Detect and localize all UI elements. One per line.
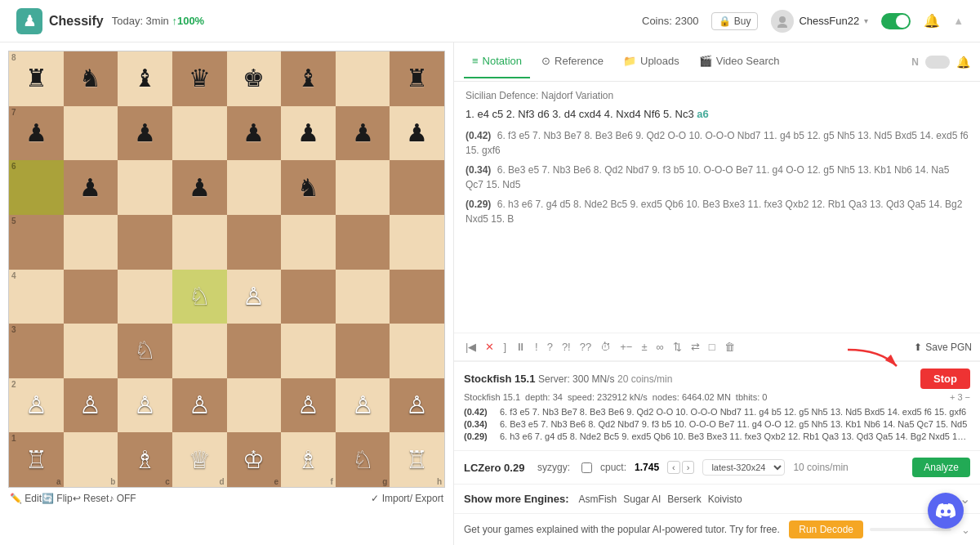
save-pgn-button[interactable]: ⬆ Save PGN: [914, 342, 972, 353]
square-g4[interactable]: [336, 270, 390, 324]
square-e3[interactable]: [227, 324, 282, 378]
square-a4[interactable]: 4: [9, 270, 64, 324]
square-f2[interactable]: ♙: [281, 378, 336, 433]
delete-button[interactable]: ✕: [482, 338, 497, 355]
square-h7[interactable]: ♟: [390, 106, 444, 161]
square-d8[interactable]: ♛: [172, 51, 227, 106]
square-e8[interactable]: ♚: [227, 51, 282, 106]
square-f4[interactable]: [281, 270, 336, 324]
square-f8[interactable]: ♝: [281, 51, 336, 106]
square-f6[interactable]: ♞: [281, 160, 336, 215]
tab-uploads[interactable]: 📁 Uploads: [615, 45, 688, 78]
square-c2[interactable]: ♙: [118, 378, 172, 433]
square-g3[interactable]: [336, 324, 390, 378]
square-h1[interactable]: ♖h: [390, 432, 444, 487]
square-c7[interactable]: ♟: [118, 106, 172, 161]
dbl-question-button[interactable]: ??: [577, 338, 595, 355]
square-a8[interactable]: ♜8: [9, 51, 64, 106]
square-f7[interactable]: ♟: [281, 106, 336, 161]
square-a3[interactable]: 3: [9, 324, 64, 378]
square-c8[interactable]: ♝: [118, 51, 172, 106]
arrows-button[interactable]: ⇄: [688, 338, 703, 355]
square-b7[interactable]: [64, 106, 118, 161]
clock-button[interactable]: ⏱: [597, 338, 614, 355]
square-c3[interactable]: ♘: [118, 324, 172, 378]
square-g7[interactable]: ♟: [336, 106, 390, 161]
square-c1[interactable]: ♗c: [118, 432, 172, 487]
square-a6[interactable]: 6: [9, 160, 64, 215]
syzygy-checkbox[interactable]: [581, 462, 592, 473]
square-b4[interactable]: [64, 270, 118, 324]
tab-notation[interactable]: ≡ Notation: [464, 45, 530, 78]
square-b2[interactable]: ♙: [64, 378, 118, 433]
edit-button[interactable]: ✏️ Edit: [10, 493, 42, 504]
square-b3[interactable]: [64, 324, 118, 378]
square-d6[interactable]: ♟: [172, 160, 227, 215]
square-e4[interactable]: ♙: [227, 270, 282, 324]
plusminus-button[interactable]: +−: [617, 338, 635, 355]
sound-button[interactable]: ♪ OFF: [109, 493, 136, 504]
bell-icon[interactable]: 🔔: [924, 13, 940, 29]
user-menu[interactable]: ChessFun22 ▾: [771, 10, 868, 33]
exclaim-button[interactable]: !: [532, 338, 541, 355]
engine-chip-sugar-ai[interactable]: Sugar AI: [623, 494, 661, 505]
square-d1[interactable]: ♕d: [172, 432, 227, 487]
square-c6[interactable]: [118, 160, 172, 215]
square-h5[interactable]: [390, 215, 444, 270]
square-h8[interactable]: ♜: [390, 51, 444, 106]
discord-button[interactable]: [928, 493, 964, 529]
square-b8[interactable]: ♞: [64, 51, 118, 106]
square-f3[interactable]: [281, 324, 336, 378]
square-d7[interactable]: [172, 106, 227, 161]
square-c4[interactable]: [118, 270, 172, 324]
square-f1[interactable]: ♗f: [281, 432, 336, 487]
engine-plus-minus[interactable]: + 3 −: [950, 392, 970, 402]
square-f5[interactable]: [281, 215, 336, 270]
square-a2[interactable]: ♙2: [9, 378, 64, 433]
cpuct-up[interactable]: ›: [682, 461, 695, 474]
chess-board[interactable]: ♜8♞♝♛♚♝♜♟7♟♟♟♟♟6♟♟♞54♘♙3♘♙2♙♙♙♙♙♙♖1ab♗c♕…: [8, 51, 445, 488]
square-b5[interactable]: [64, 215, 118, 270]
decode-collapse-icon[interactable]: ⌄: [961, 524, 970, 536]
highlighted-move[interactable]: a6: [697, 108, 708, 120]
square-g5[interactable]: [336, 215, 390, 270]
square-c5[interactable]: [118, 215, 172, 270]
square-h6[interactable]: [390, 160, 444, 215]
engine-chip-asmfish[interactable]: AsmFish: [579, 494, 617, 505]
buy-button[interactable]: 🔒 Buy: [711, 12, 758, 30]
tab-reference[interactable]: ⊙ Reference: [533, 45, 612, 78]
square-e7[interactable]: ♟: [227, 106, 282, 161]
analyze-button[interactable]: Analyze: [912, 458, 970, 477]
bracket-button[interactable]: ]: [500, 338, 510, 355]
reset-button[interactable]: ↩ Reset: [73, 493, 109, 504]
square-b1[interactable]: b: [64, 432, 118, 487]
square-d4[interactable]: ♘: [172, 270, 227, 324]
square-g6[interactable]: [336, 160, 390, 215]
theme-toggle[interactable]: [881, 13, 911, 29]
square-h2[interactable]: ♙: [390, 378, 444, 433]
square-a5[interactable]: 5: [9, 215, 64, 270]
square-e2[interactable]: [227, 378, 282, 433]
begin-button[interactable]: |◀: [462, 338, 479, 355]
flip-button[interactable]: 🔄 Flip: [42, 493, 73, 504]
square-e1[interactable]: ♔e: [227, 432, 282, 487]
square-d3[interactable]: [172, 324, 227, 378]
square-button[interactable]: □: [706, 338, 719, 355]
pause-button[interactable]: ⏸: [512, 338, 529, 355]
import-export-button[interactable]: ✓ Import/ Export: [371, 493, 443, 504]
tab-video-search[interactable]: 🎬 Video Search: [691, 45, 788, 78]
square-g1[interactable]: ♘g: [336, 432, 390, 487]
collapse-icon[interactable]: ▲: [953, 15, 964, 27]
square-a7[interactable]: ♟7: [9, 106, 64, 161]
stop-button[interactable]: Stop: [920, 369, 970, 389]
square-h4[interactable]: [390, 270, 444, 324]
square-e5[interactable]: [227, 215, 282, 270]
square-g2[interactable]: ♙: [336, 378, 390, 433]
question-button[interactable]: ?: [544, 338, 556, 355]
bell-sm-icon[interactable]: 🔔: [956, 56, 970, 69]
square-d5[interactable]: [172, 215, 227, 270]
square-a1[interactable]: ♖1a: [9, 432, 64, 487]
square-h3[interactable]: [390, 324, 444, 378]
engine-chip-berserk[interactable]: Berserk: [667, 494, 701, 505]
pm2-button[interactable]: ±: [638, 338, 650, 355]
